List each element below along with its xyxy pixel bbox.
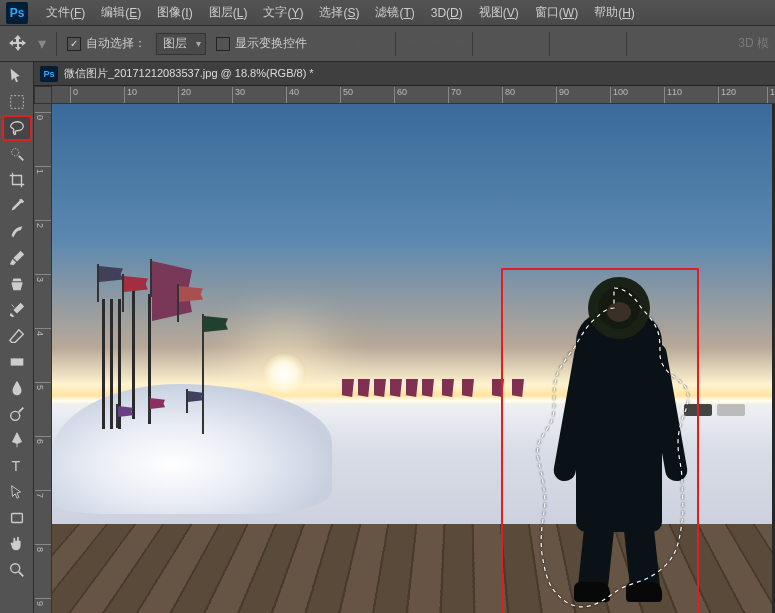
rectangle-tool[interactable] — [3, 506, 31, 530]
workspace: T Ps 微信图片_20171212083537.jpg @ 18.8%(RGB… — [0, 62, 775, 613]
app-logo: Ps — [6, 2, 28, 24]
more-align-button[interactable]: ⋮⋮ — [631, 32, 651, 52]
vertical-ruler[interactable]: 0 1 2 3 4 5 6 7 8 9 — [34, 104, 52, 613]
menu-edit[interactable]: 编辑(E) — [93, 0, 149, 25]
tool-preset-icon[interactable] — [8, 34, 28, 54]
distribute-vcenter-button[interactable]: ≡ — [501, 32, 521, 52]
menu-select[interactable]: 选择(S) — [311, 0, 367, 25]
svg-text:T: T — [11, 458, 20, 474]
canvas-viewport[interactable]: .flag:nth-of-type(9)::after{width:40px;h… — [52, 104, 775, 613]
horizontal-ruler[interactable]: 0 10 20 30 40 50 60 70 80 90 100 110 120… — [52, 86, 775, 104]
canvas-area: Ps 微信图片_20171212083537.jpg @ 18.8%(RGB/8… — [34, 62, 775, 613]
marquee-tool[interactable] — [3, 90, 31, 114]
history-brush-tool[interactable] — [3, 298, 31, 322]
align-bottom-button[interactable]: ⟘ — [371, 32, 391, 52]
auto-select-label: 自动选择： — [86, 35, 146, 52]
distribute-left-button[interactable]: ⊪ — [554, 32, 574, 52]
svg-rect-2 — [10, 358, 23, 365]
show-transform-label: 显示变换控件 — [235, 35, 307, 52]
type-tool[interactable]: T — [3, 454, 31, 478]
align-buttons: ⟙ ⫞ ⟘ ⊢ ⫟ ⊣ ≡ ≡ ≡ ⊪ ⊪ ⊪ ⋮⋮ — [323, 32, 651, 56]
checkbox-icon — [216, 37, 230, 51]
toolbox: T — [0, 62, 34, 613]
eraser-tool[interactable] — [3, 324, 31, 348]
distribute-right-button[interactable]: ⊪ — [602, 32, 622, 52]
quick-select-tool[interactable] — [3, 142, 31, 166]
file-type-icon: Ps — [40, 66, 58, 82]
selection-marquee — [528, 282, 700, 613]
ruler-origin[interactable] — [34, 86, 52, 104]
mode-3d-label: 3D 模 — [738, 35, 775, 52]
menu-help[interactable]: 帮助(H) — [586, 0, 643, 25]
distribute-hcenter-button[interactable]: ⊪ — [578, 32, 598, 52]
menu-image[interactable]: 图像(I) — [149, 0, 200, 25]
dodge-tool[interactable] — [3, 402, 31, 426]
svg-point-4 — [10, 411, 19, 420]
path-select-tool[interactable] — [3, 480, 31, 504]
distribute-top-button[interactable]: ≡ — [477, 32, 497, 52]
blur-tool[interactable] — [3, 376, 31, 400]
align-right-button[interactable]: ⊣ — [448, 32, 468, 52]
pen-tool[interactable] — [3, 428, 31, 452]
align-hcenter-button[interactable]: ⫟ — [424, 32, 444, 52]
menu-file[interactable]: 文件(F) — [38, 0, 93, 25]
menu-3d[interactable]: 3D(D) — [423, 0, 471, 25]
move-tool[interactable] — [3, 64, 31, 88]
crop-tool[interactable] — [3, 168, 31, 192]
checkbox-icon — [67, 37, 81, 51]
clone-stamp-tool[interactable] — [3, 272, 31, 296]
menu-layer[interactable]: 图层(L) — [201, 0, 256, 25]
document-image: .flag:nth-of-type(9)::after{width:40px;h… — [52, 104, 772, 613]
hand-tool[interactable] — [3, 532, 31, 556]
menu-type[interactable]: 文字(Y) — [255, 0, 311, 25]
document-tab[interactable]: 微信图片_20171212083537.jpg @ 18.8%(RGB/8) * — [64, 66, 314, 81]
zoom-tool[interactable] — [3, 558, 31, 582]
menu-filter[interactable]: 滤镜(T) — [367, 0, 422, 25]
brush-tool[interactable] — [3, 246, 31, 270]
gradient-tool[interactable] — [3, 350, 31, 374]
svg-rect-0 — [10, 96, 23, 109]
show-transform-checkbox[interactable]: 显示变换控件 — [216, 35, 307, 52]
align-left-button[interactable]: ⊢ — [400, 32, 420, 52]
lasso-tool[interactable] — [3, 116, 31, 140]
document-tab-bar: Ps 微信图片_20171212083537.jpg @ 18.8%(RGB/8… — [34, 62, 775, 86]
eyedropper-tool[interactable] — [3, 194, 31, 218]
align-top-button[interactable]: ⟙ — [323, 32, 343, 52]
svg-point-7 — [10, 564, 19, 573]
svg-point-1 — [11, 149, 18, 156]
menu-window[interactable]: 窗口(W) — [527, 0, 586, 25]
healing-brush-tool[interactable] — [3, 220, 31, 244]
align-vcenter-button[interactable]: ⫞ — [347, 32, 367, 52]
menu-bar: Ps 文件(F) 编辑(E) 图像(I) 图层(L) 文字(Y) 选择(S) 滤… — [0, 0, 775, 26]
auto-select-checkbox[interactable]: 自动选择： — [67, 35, 146, 52]
auto-select-target-dropdown[interactable]: 图层 — [156, 33, 206, 55]
options-bar: ▾ 自动选择： 图层 显示变换控件 ⟙ ⫞ ⟘ ⊢ ⫟ ⊣ ≡ ≡ ≡ ⊪ ⊪ … — [0, 26, 775, 62]
svg-rect-6 — [11, 514, 22, 523]
menu-view[interactable]: 视图(V) — [471, 0, 527, 25]
distribute-bottom-button[interactable]: ≡ — [525, 32, 545, 52]
